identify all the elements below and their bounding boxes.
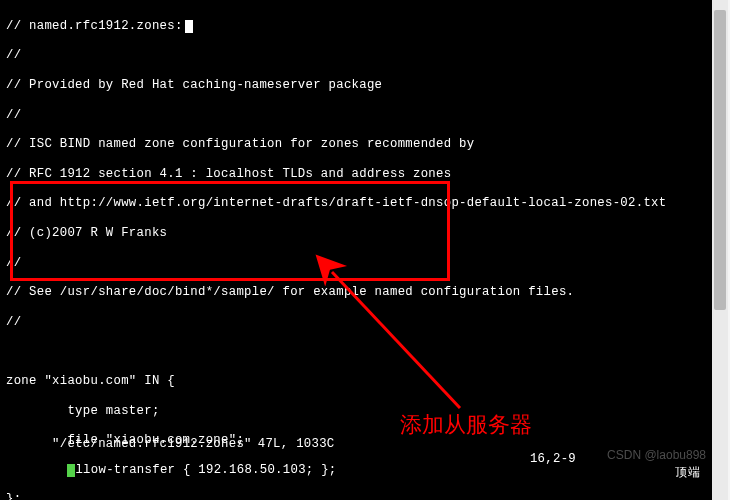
blank-line xyxy=(6,344,710,359)
comment-line: // xyxy=(6,315,710,330)
comment-line: // xyxy=(6,256,710,271)
comment-line: // and http://www.ietf.org/internet-draf… xyxy=(6,196,710,211)
scrollbar-thumb[interactable] xyxy=(714,10,726,310)
status-cursor-pos: 16,2-9 xyxy=(530,452,576,467)
zone-line: type master; xyxy=(6,404,710,419)
comment-line: // (c)2007 R W Franks xyxy=(6,226,710,241)
status-scroll-indicator: 顶端 xyxy=(675,466,700,481)
cursor-top xyxy=(185,20,193,33)
terminal-viewport[interactable]: // named.rfc1912.zones: // // Provided b… xyxy=(0,0,712,500)
zone-decl: zone "xiaobu.com" IN { xyxy=(6,374,710,389)
comment-line: // xyxy=(6,108,710,123)
comment-line: // Provided by Red Hat caching-nameserve… xyxy=(6,78,710,93)
watermark-csdn: CSDN @laobu898 xyxy=(607,448,706,462)
comment-line: // RFC 1912 section 4.1 : localhost TLDs… xyxy=(6,167,710,182)
status-filesize: 47L, 1033C xyxy=(258,437,335,451)
status-filepath: "/etc/named.rfc1912.zones" xyxy=(52,437,252,451)
annotation-label: 添加从服务器 xyxy=(400,410,532,440)
app-frame: // named.rfc1912.zones: // // Provided b… xyxy=(0,0,730,500)
comment-line: // See /usr/share/doc/bind*/sample/ for … xyxy=(6,285,710,300)
vim-status-line: "/etc/named.rfc1912.zones"47L, 1033C 16,… xyxy=(6,422,706,496)
scrollbar[interactable] xyxy=(712,0,728,500)
comment-line: // ISC BIND named zone configuration for… xyxy=(6,137,710,152)
comment-line: // named.rfc1912.zones: xyxy=(6,19,183,33)
comment-line: // xyxy=(6,48,710,63)
